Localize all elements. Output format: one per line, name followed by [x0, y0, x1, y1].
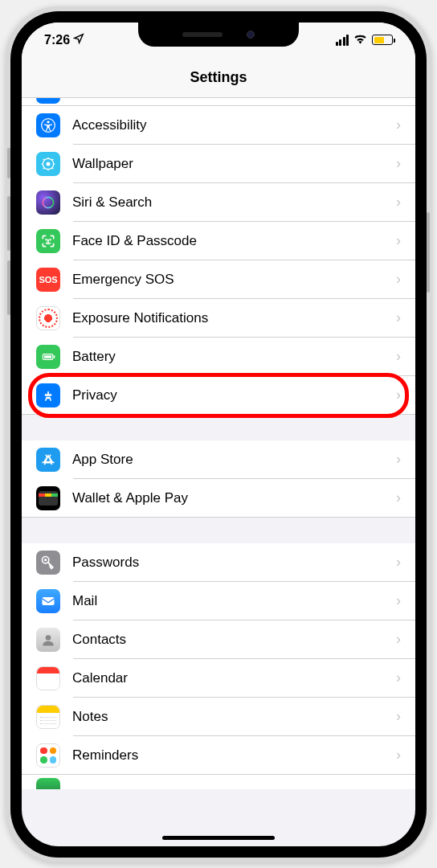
front-camera	[247, 31, 255, 39]
svg-point-13	[46, 635, 51, 641]
row-label: Siri & Search	[72, 194, 384, 211]
settings-section: Accessibility › Wallpaper ›	[22, 106, 415, 415]
svg-rect-8	[54, 355, 55, 358]
chevron-right-icon: ›	[396, 747, 401, 764]
screen: 7:26 Setti	[22, 23, 415, 846]
chevron-right-icon: ›	[396, 592, 401, 609]
row-label: Face ID & Passcode	[72, 233, 384, 249]
row-label: Emergency SOS	[72, 272, 384, 288]
chevron-right-icon: ›	[396, 348, 401, 365]
page-title: Settings	[190, 69, 247, 86]
row-calendar[interactable]: Calendar ›	[22, 659, 415, 698]
chevron-right-icon: ›	[396, 309, 401, 326]
mail-icon	[36, 589, 60, 613]
row-wallet[interactable]: Wallet & Apple Pay ›	[22, 479, 415, 518]
status-time: 7:26	[44, 33, 70, 47]
location-icon	[73, 33, 84, 47]
volume-up	[7, 196, 10, 251]
row-accessibility[interactable]: Accessibility ›	[22, 106, 415, 145]
phone-bezel: 7:26 Setti	[10, 11, 427, 858]
row-label: Contacts	[72, 632, 384, 648]
partial-row-bottom	[22, 775, 415, 789]
settings-section: App Store › Wallet & Apple Pay ›	[22, 440, 415, 518]
row-siri[interactable]: Siri & Search ›	[22, 183, 415, 222]
svg-rect-9	[44, 355, 51, 358]
row-reminders[interactable]: Reminders ›	[22, 736, 415, 775]
row-battery[interactable]: Battery ›	[22, 338, 415, 376]
row-label: Accessibility	[72, 117, 384, 133]
wallpaper-icon	[36, 152, 60, 176]
row-faceid[interactable]: Face ID & Passcode ›	[22, 222, 415, 260]
notes-icon	[36, 705, 60, 729]
exposure-icon	[36, 306, 60, 330]
faceid-icon	[36, 229, 60, 253]
row-label: Exposure Notifications	[72, 310, 384, 326]
row-label: Notes	[72, 709, 384, 725]
home-indicator[interactable]	[162, 836, 275, 840]
chevron-right-icon: ›	[396, 387, 401, 403]
svg-point-6	[50, 239, 51, 240]
passwords-icon	[36, 551, 60, 575]
calendar-icon	[36, 666, 60, 690]
row-passwords[interactable]: Passwords ›	[22, 543, 415, 582]
appstore-icon	[36, 448, 60, 472]
status-right	[336, 33, 394, 47]
row-label: Wallpaper	[72, 156, 384, 172]
chevron-right-icon: ›	[396, 155, 401, 172]
settings-section: Passwords › Mail › Contact	[22, 543, 415, 775]
row-label: Reminders	[72, 747, 384, 764]
chevron-right-icon: ›	[396, 669, 401, 686]
reminders-icon	[36, 743, 60, 768]
row-mail[interactable]: Mail ›	[22, 582, 415, 620]
mute-switch	[7, 148, 10, 178]
row-privacy[interactable]: Privacy ›	[22, 376, 415, 415]
wifi-icon	[353, 33, 367, 47]
row-appstore[interactable]: App Store ›	[22, 440, 415, 479]
row-sos[interactable]: SOS Emergency SOS ›	[22, 260, 415, 299]
row-wallpaper[interactable]: Wallpaper ›	[22, 145, 415, 183]
row-label: Calendar	[72, 670, 384, 686]
svg-rect-12	[43, 597, 55, 605]
contacts-icon	[36, 628, 60, 652]
row-label: Wallet & Apple Pay	[72, 490, 384, 506]
chevron-right-icon: ›	[396, 194, 401, 211]
svg-point-5	[46, 239, 47, 240]
chevron-right-icon: ›	[396, 451, 401, 468]
partial-icon	[36, 778, 60, 789]
battery-row-icon	[36, 345, 60, 369]
row-label: Privacy	[72, 387, 384, 403]
wallet-icon	[36, 486, 60, 510]
row-label: Battery	[72, 349, 384, 365]
volume-down	[7, 260, 10, 315]
cellular-icon	[336, 35, 349, 46]
settings-list[interactable]: Accessibility › Wallpaper ›	[22, 98, 415, 846]
section-gap	[22, 415, 415, 440]
svg-point-3	[47, 162, 51, 166]
accessibility-icon	[36, 113, 60, 137]
svg-point-11	[44, 559, 47, 561]
section-gap	[22, 518, 415, 543]
siri-icon	[36, 190, 60, 215]
chevron-right-icon: ›	[396, 271, 401, 288]
row-contacts[interactable]: Contacts ›	[22, 620, 415, 659]
chevron-right-icon: ›	[396, 232, 401, 249]
row-label: Passwords	[72, 555, 384, 571]
chevron-right-icon: ›	[396, 554, 401, 571]
svg-point-4	[43, 197, 53, 207]
battery-icon	[372, 35, 393, 45]
speaker	[182, 32, 223, 37]
sos-icon: SOS	[36, 268, 60, 292]
row-label: App Store	[72, 452, 384, 468]
row-exposure[interactable]: Exposure Notifications ›	[22, 299, 415, 338]
row-notes[interactable]: Notes ›	[22, 698, 415, 736]
svg-point-1	[47, 121, 49, 123]
status-left: 7:26	[44, 33, 84, 47]
notch	[138, 23, 299, 47]
chevron-right-icon: ›	[396, 117, 401, 133]
battery-fill	[374, 37, 385, 43]
phone-frame: 7:26 Setti	[6, 6, 431, 862]
nav-header: Settings	[22, 58, 415, 98]
chevron-right-icon: ›	[396, 489, 401, 506]
power-button	[427, 212, 430, 293]
chevron-right-icon: ›	[396, 708, 401, 725]
